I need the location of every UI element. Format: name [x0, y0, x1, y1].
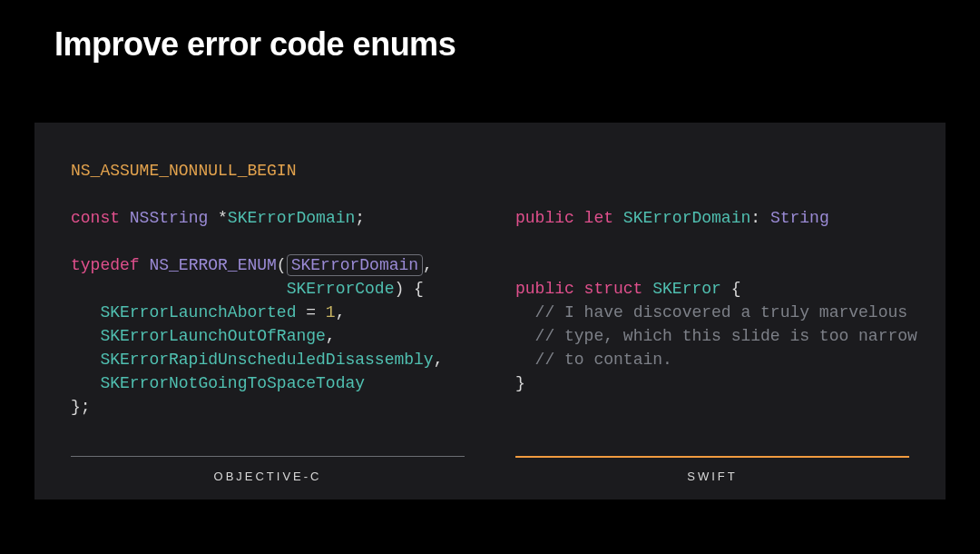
code-token: SKError — [642, 280, 720, 298]
slide-title: Improve error code enums — [0, 0, 980, 64]
divider — [515, 456, 909, 458]
code-comment: // to contain. — [535, 351, 672, 369]
code-token: SKErrorNotGoingToSpaceToday — [100, 374, 365, 392]
code-token: , — [326, 327, 336, 345]
code-token: ) { — [394, 280, 423, 298]
code-token: } — [515, 374, 525, 392]
code-token — [71, 327, 100, 345]
code-comment: // I have discovered a truly marvelous — [535, 303, 907, 322]
code-token: 1 — [326, 303, 336, 322]
code-token: ( — [277, 256, 287, 274]
swift-code: public let SKErrorDomain: String public … — [515, 159, 909, 440]
swift-footer: SWIFT — [515, 456, 909, 500]
code-token: = — [296, 303, 325, 322]
code-token — [71, 303, 100, 322]
code-token: NS_ERROR_ENUM — [140, 256, 277, 274]
objc-code: NS_ASSUME_NONNULL_BEGIN const NSString *… — [71, 159, 465, 440]
code-token: { — [721, 280, 741, 298]
code-token: let — [574, 209, 613, 227]
code-token — [71, 351, 100, 369]
code-token: SKErrorCode — [287, 280, 395, 298]
code-token — [71, 374, 100, 392]
divider — [71, 456, 465, 457]
code-token: , — [336, 303, 346, 322]
code-token: ; — [355, 209, 365, 227]
swift-column: public let SKErrorDomain: String public … — [490, 159, 909, 500]
objc-footer: OBJECTIVE-C — [71, 456, 465, 500]
code-token: SKErrorDomain — [228, 209, 355, 227]
code-token: : — [750, 209, 770, 227]
code-token: NS_ASSUME_NONNULL_BEGIN — [71, 162, 296, 180]
code-token — [515, 351, 535, 369]
code-panel: NS_ASSUME_NONNULL_BEGIN const NSString *… — [34, 123, 946, 500]
code-token: const — [71, 209, 120, 227]
objc-column: NS_ASSUME_NONNULL_BEGIN const NSString *… — [71, 159, 490, 500]
swift-lang-label: SWIFT — [515, 470, 909, 483]
highlighted-token: SKErrorDomain — [287, 254, 423, 276]
code-token — [71, 280, 287, 298]
code-comment: // type, which this slide is too narrow — [535, 327, 917, 345]
code-token: typedef — [71, 256, 140, 274]
code-token: SKErrorRapidUnscheduledDisassembly — [100, 351, 433, 369]
code-token — [515, 327, 535, 345]
code-token: SKErrorLaunchOutOfRange — [100, 327, 325, 345]
code-token: String — [770, 209, 829, 227]
code-token: , — [434, 351, 444, 369]
objc-lang-label: OBJECTIVE-C — [71, 470, 465, 483]
code-token: struct — [574, 280, 643, 298]
code-token — [515, 303, 535, 322]
code-token: NSString — [120, 209, 218, 227]
code-token: public — [515, 280, 574, 298]
code-token: public — [515, 209, 574, 227]
code-token: , — [423, 256, 433, 274]
code-token: SKErrorDomain — [613, 209, 750, 227]
code-token: }; — [71, 398, 91, 416]
code-token: SKErrorLaunchAborted — [100, 303, 296, 322]
code-token: * — [218, 209, 228, 227]
